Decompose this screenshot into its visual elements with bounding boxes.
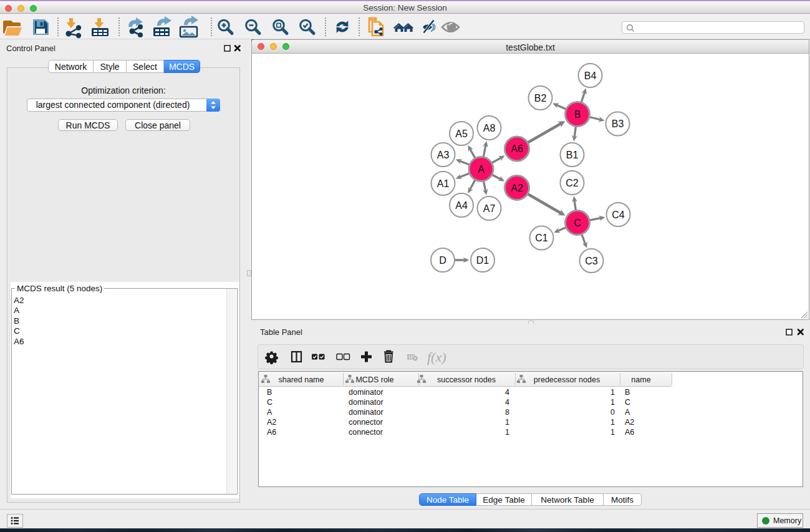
svg-text:A2: A2 xyxy=(625,418,634,427)
svg-text:A2: A2 xyxy=(511,183,523,193)
svg-text:1: 1 xyxy=(610,428,615,437)
svg-text:D1: D1 xyxy=(476,255,489,266)
svg-text:connector: connector xyxy=(349,418,383,427)
svg-text:successor nodes: successor nodes xyxy=(437,375,496,384)
svg-text:C4: C4 xyxy=(612,210,625,220)
svg-text:C: C xyxy=(574,218,581,228)
svg-text:1: 1 xyxy=(610,398,615,407)
svg-text:0: 0 xyxy=(610,408,615,417)
svg-text:A2: A2 xyxy=(267,418,276,427)
svg-text:1: 1 xyxy=(505,428,509,437)
svg-text:C: C xyxy=(267,398,272,407)
svg-text:B: B xyxy=(267,388,272,397)
svg-text:D: D xyxy=(439,255,446,266)
svg-text:B1: B1 xyxy=(566,150,579,160)
svg-text:C1: C1 xyxy=(535,233,548,243)
svg-text:predecessor nodes: predecessor nodes xyxy=(534,375,600,384)
svg-text:A4: A4 xyxy=(455,200,468,211)
svg-text:shared name: shared name xyxy=(279,375,324,384)
svg-text:4: 4 xyxy=(505,398,509,407)
svg-text:A: A xyxy=(267,408,272,417)
svg-text:C: C xyxy=(625,398,630,407)
svg-text:dominator: dominator xyxy=(349,408,383,417)
svg-text:4: 4 xyxy=(505,388,509,397)
svg-text:A: A xyxy=(625,408,630,417)
svg-text:A8: A8 xyxy=(483,123,496,133)
svg-text:connector: connector xyxy=(349,428,383,437)
svg-text:f(x): f(x) xyxy=(427,349,446,364)
svg-text:A1: A1 xyxy=(437,178,450,189)
svg-text:B4: B4 xyxy=(584,70,597,81)
svg-text:1: 1 xyxy=(505,418,509,427)
svg-text:B3: B3 xyxy=(612,118,624,129)
svg-text:1: 1 xyxy=(610,418,615,427)
svg-text:B: B xyxy=(574,109,581,120)
svg-text:C2: C2 xyxy=(566,178,579,188)
svg-text:B: B xyxy=(625,388,630,397)
svg-text:A6: A6 xyxy=(625,428,634,437)
svg-text:A3: A3 xyxy=(437,150,450,160)
svg-text:A6: A6 xyxy=(267,428,276,437)
svg-text:8: 8 xyxy=(505,408,509,417)
svg-text:C3: C3 xyxy=(585,256,598,266)
svg-text:name: name xyxy=(631,375,650,384)
svg-text:A5: A5 xyxy=(455,128,468,139)
svg-text:A: A xyxy=(478,164,485,175)
svg-text:A6: A6 xyxy=(511,143,523,154)
svg-text:A7: A7 xyxy=(483,203,496,214)
svg-text:dominator: dominator xyxy=(349,388,383,397)
svg-text:dominator: dominator xyxy=(349,398,383,407)
svg-text:B2: B2 xyxy=(534,93,547,104)
svg-text:1: 1 xyxy=(610,388,615,397)
svg-text:MCDS role: MCDS role xyxy=(355,375,393,384)
